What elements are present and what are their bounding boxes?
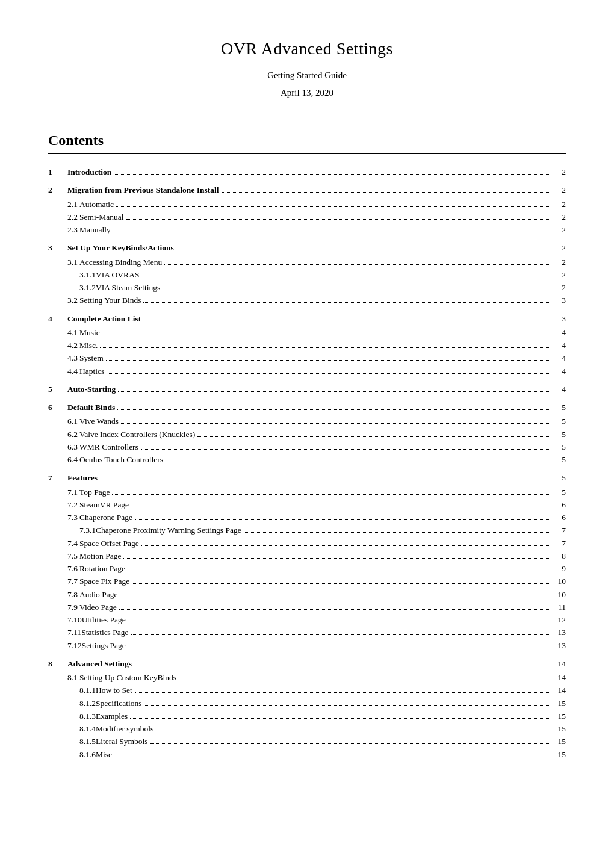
toc-subsection-title: Chaperone Page xyxy=(79,512,132,524)
toc-page-number: 14 xyxy=(554,684,566,696)
toc-section-title: Auto-Starting xyxy=(67,383,116,395)
contents-heading: Contents xyxy=(48,129,566,154)
toc-page-number: 5 xyxy=(554,415,566,427)
toc-row: 3.1.1VIA OVRAS2 xyxy=(48,269,566,281)
toc-dots xyxy=(107,373,551,374)
toc-dots xyxy=(121,423,551,424)
toc-dots xyxy=(118,391,551,392)
toc-subsection-title: VIA OVRAS xyxy=(96,269,139,281)
toc-row: 7.12Settings Page13 xyxy=(48,640,566,652)
toc-subsection-title: Settings Page xyxy=(82,640,126,652)
toc-subsection-title: Space Fix Page xyxy=(79,575,129,587)
toc-dots xyxy=(113,232,551,232)
toc-section-number: 8 xyxy=(48,658,67,670)
toc-subsection-title: Music xyxy=(79,327,100,339)
toc-subsection-number: 7.3.1 xyxy=(48,524,96,536)
toc-subsection-title: Setting Up Custom KeyBinds xyxy=(79,672,176,684)
toc-row: 4.2Misc.4 xyxy=(48,339,566,352)
toc-row: 8.1Setting Up Custom KeyBinds14 xyxy=(48,672,566,684)
toc-row: 7.3Chaperone Page6 xyxy=(48,512,566,524)
toc-row: 2.1Automatic2 xyxy=(48,199,566,211)
toc-row: 7.6Rotation Page9 xyxy=(48,563,566,575)
toc-row: 7.4Space Offset Page7 xyxy=(48,538,566,550)
toc-page-number: 2 xyxy=(554,282,566,294)
toc-page-number: 13 xyxy=(554,640,566,652)
toc-dots xyxy=(179,680,551,680)
toc-subsection-title: WMR Controllers xyxy=(79,441,138,453)
toc-row: 7.1Top Page5 xyxy=(48,486,566,498)
toc-section-title: Default Binds xyxy=(67,401,115,414)
toc-subsection-title: Misc xyxy=(96,749,112,761)
toc-subsection-number: 4.1 xyxy=(48,327,79,339)
toc-page-number: 2 xyxy=(554,256,566,268)
toc-subsection-title: Top Page xyxy=(79,486,110,498)
toc-row: 8.1.2Specifications15 xyxy=(48,698,566,710)
toc-row: 8.1.5Literal Symbols15 xyxy=(48,736,566,748)
toc-row: 3Set Up Your KeyBinds/Actions2 xyxy=(48,242,566,254)
toc-subsection-number: 8.1.6 xyxy=(48,749,96,761)
toc-dots xyxy=(163,290,551,290)
toc-section-number: 7 xyxy=(48,472,67,484)
toc-subsection-number: 7.11 xyxy=(48,627,81,639)
toc-section-title: Complete Action List xyxy=(67,313,141,325)
toc-subsection-number: 8.1.2 xyxy=(48,698,96,710)
toc-row: 4.4Haptics4 xyxy=(48,365,566,377)
document-title: OVR Advanced Settings xyxy=(48,36,566,61)
toc-dots xyxy=(197,436,551,437)
toc-section-number: 4 xyxy=(48,313,67,325)
toc-row: 6.2Valve Index Controllers (Knuckles)5 xyxy=(48,429,566,441)
toc-row: 2Migration from Previous Standalone Inst… xyxy=(48,184,566,196)
toc-subsection-number: 6.3 xyxy=(48,441,79,453)
toc-page-number: 10 xyxy=(554,589,566,601)
toc-subsection-number: 7.12 xyxy=(48,640,82,652)
toc-subsection-title: Examples xyxy=(96,710,128,722)
toc-row: 7.5Motion Page8 xyxy=(48,550,566,562)
toc-page-number: 5 xyxy=(554,401,566,414)
toc-subsection-title: Semi-Manual xyxy=(79,211,124,223)
toc-subsection-title: Utilities Page xyxy=(82,614,126,626)
toc-subsection-number: 8.1.1 xyxy=(48,684,96,696)
toc-row: 7.7Space Fix Page10 xyxy=(48,575,566,587)
toc-section-number: 5 xyxy=(48,383,67,395)
toc-row: 1Introduction2 xyxy=(48,166,566,178)
toc-subsection-number: 6.4 xyxy=(48,454,79,466)
toc-subsection-title: How to Set xyxy=(96,684,132,696)
toc-section-7: 7Features57.1Top Page57.2SteamVR Page67.… xyxy=(48,472,566,652)
toc-page-number: 11 xyxy=(554,601,566,613)
toc-row: 4Complete Action List3 xyxy=(48,313,566,325)
contents-section: Contents 1Introduction22Migration from P… xyxy=(48,129,566,761)
toc-page-number: 4 xyxy=(554,352,566,364)
toc-subsection-title: Literal Symbols xyxy=(96,736,148,748)
toc-dots xyxy=(164,264,551,265)
toc-section-title: Features xyxy=(67,472,98,484)
toc-subsection-number: 7.10 xyxy=(48,614,82,626)
toc-subsection-number: 6.2 xyxy=(48,429,79,441)
toc-subsection-title: VIA Steam Settings xyxy=(96,282,160,294)
toc-dots xyxy=(114,757,551,757)
toc-page-number: 2 xyxy=(554,166,566,178)
toc-row: 8Advanced Settings14 xyxy=(48,658,566,670)
toc-page-number: 2 xyxy=(554,269,566,281)
toc-dots xyxy=(141,449,551,450)
toc-subsection-title: Oculus Touch Controllers xyxy=(79,454,163,466)
toc-subsection-title: Haptics xyxy=(79,365,104,377)
toc-subsection-number: 7.2 xyxy=(48,499,79,511)
toc-page-number: 5 xyxy=(554,441,566,453)
toc-page-number: 4 xyxy=(554,339,566,352)
toc-dots xyxy=(100,480,551,480)
toc-row: 6.1Vive Wands5 xyxy=(48,415,566,427)
toc-page-number: 15 xyxy=(554,749,566,761)
toc-subsection-title: Statistics Page xyxy=(81,627,128,639)
toc-dots xyxy=(176,250,551,250)
toc-dots xyxy=(135,692,551,693)
toc-subsection-number: 7.9 xyxy=(48,601,79,613)
toc-page-number: 2 xyxy=(554,242,566,254)
toc-row: 8.1.4Modifier symbols15 xyxy=(48,723,566,735)
toc-subsection-number: 4.2 xyxy=(48,339,79,352)
toc-subsection-title: Space Offset Page xyxy=(79,538,139,550)
toc-row: 7.10Utilities Page12 xyxy=(48,614,566,626)
toc-subsection-title: Audio Page xyxy=(79,589,117,601)
toc-dots xyxy=(131,634,552,635)
toc-page-number: 14 xyxy=(554,672,566,684)
table-of-contents: 1Introduction22Migration from Previous S… xyxy=(48,166,566,761)
